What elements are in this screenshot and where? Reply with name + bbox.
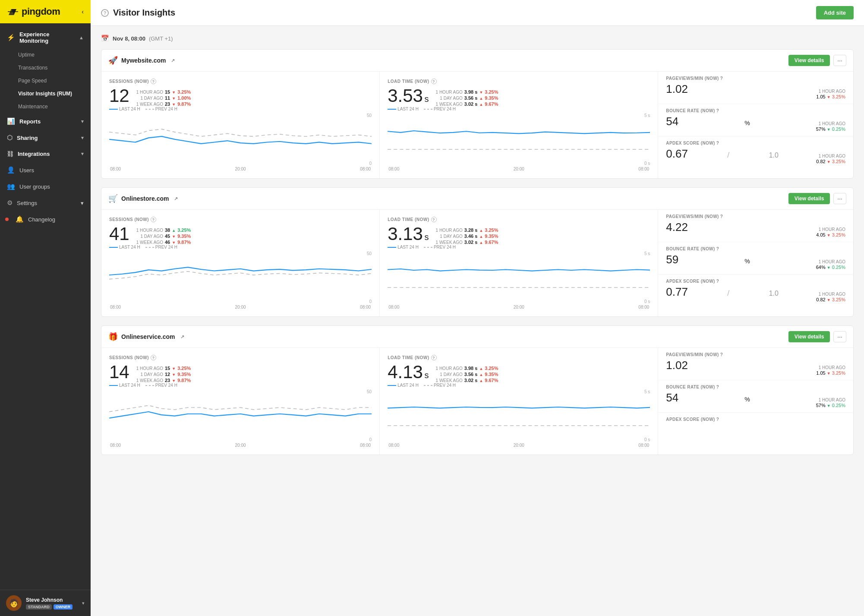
last-24h-legend (109, 109, 118, 110)
comp-value: 46 (165, 240, 170, 245)
sidebar-item-maintenance[interactable]: Maintenance (0, 100, 91, 113)
last-24h-legend (388, 109, 396, 110)
help-icon[interactable]: ? (716, 385, 719, 389)
sessions-chart (109, 260, 372, 299)
load-time-metric: LOAD TIME (NOW) ? 3.53 s 1 HOUR AGO 3.98… (380, 72, 658, 178)
help-icon[interactable]: ? (720, 352, 723, 357)
time-mid: 20:00 (235, 167, 246, 171)
comp-period-label: 1 WEEK AGO (136, 240, 163, 245)
comp-row: 0.82 3.25% (816, 297, 845, 302)
help-icon[interactable]: ? (431, 355, 437, 360)
view-details-button[interactable]: View details (788, 193, 830, 204)
site-card-actions: View details ··· (788, 55, 846, 66)
sidebar-item-experience-monitoring[interactable]: ⚡ Experience Monitoring ▲ (0, 27, 91, 48)
comp-period: 1 HOUR AGO (819, 121, 845, 126)
sparkline-chart (109, 122, 372, 152)
pageviews-metric: PAGEVIEWS/MIN (NOW) ? 4.22 1 HOUR AGO 4.… (658, 210, 853, 242)
comp-value: 3.56 s (464, 95, 478, 101)
load-time-metric: LOAD TIME (NOW) ? 4.13 s 1 HOUR AGO 3.98… (380, 348, 658, 455)
more-options-button[interactable]: ··· (833, 55, 846, 66)
logo-text: pingdom (22, 6, 60, 17)
sidebar-item-label: Settings (17, 200, 37, 206)
sidebar-item-changelog[interactable]: 🔔 Changelog (0, 211, 91, 227)
add-site-button[interactable]: Add site (816, 6, 854, 19)
comparison-row: 1 WEEK AGO 23 9.87% (136, 378, 191, 383)
view-details-button[interactable]: View details (788, 331, 830, 342)
trend-icon (827, 297, 831, 302)
bounce-rate-value: 54 (666, 115, 678, 128)
chart-max-label: 5 s (388, 251, 650, 256)
comp-period-label: 1 WEEK AGO (136, 378, 163, 383)
sidebar-item-transactions[interactable]: Transactions (0, 61, 91, 74)
comp-pct: 3.25% (177, 89, 191, 95)
site-card-header: 🎁 Onlineservice.com ↗ View details ··· (101, 326, 853, 348)
comp-pct: 9.35% (485, 234, 498, 239)
sessions-chart (109, 398, 372, 437)
external-link-icon[interactable]: ↗ (171, 58, 175, 63)
help-icon[interactable]: ? (720, 76, 723, 81)
external-link-icon[interactable]: ↗ (180, 334, 184, 340)
help-icon[interactable]: ? (716, 417, 719, 422)
sessions-comparisons: 1 HOUR AGO 15 3.25% 1 DAY AGO 11 1.00% 1… (136, 89, 191, 107)
help-icon[interactable]: ? (716, 108, 719, 113)
comp-value: 15 (165, 366, 170, 371)
trend-icon (827, 126, 831, 132)
user-info: Steve Johnson STANDARD OWNER (26, 597, 78, 610)
avatar: 🧑 (6, 595, 22, 611)
pageviews-label: PAGEVIEWS/MIN (NOW) ? (666, 352, 845, 357)
help-icon[interactable]: ? (151, 217, 156, 222)
sidebar-item-user-groups[interactable]: 👥 User groups (0, 178, 91, 195)
more-options-button[interactable]: ··· (833, 331, 846, 342)
sparkline-chart (388, 260, 650, 291)
collapse-button[interactable]: ‹ (82, 8, 84, 15)
bounce-rate-label: BOUNCE RATE (NOW) ? (666, 108, 845, 113)
chart-legend: LAST 24 H PREV 24 H (388, 383, 650, 388)
view-details-button[interactable]: View details (788, 55, 830, 66)
comp-pct: 9.35% (485, 372, 498, 377)
monitoring-icon: ⚡ (7, 34, 15, 41)
trend-up-icon (172, 227, 176, 233)
help-icon[interactable]: ? (151, 79, 156, 84)
sidebar-item-reports[interactable]: 📊 Reports ▾ (0, 113, 91, 130)
comp-pct: 9.67% (485, 101, 498, 107)
pageviews-value: 1.02 (666, 359, 688, 372)
help-icon[interactable]: ? (431, 79, 437, 84)
sidebar-item-visitor-insights[interactable]: Visitor Insights (RUM) (0, 87, 91, 100)
help-icon[interactable]: ? (151, 355, 156, 360)
comp-pct: 1.00% (177, 95, 191, 101)
help-icon[interactable]: ? (720, 214, 723, 219)
comp-period-label: 1 HOUR AGO (136, 228, 163, 233)
sidebar-item-users[interactable]: 👤 Users (0, 162, 91, 178)
changelog-icon: 🔔 (16, 215, 24, 223)
integrations-icon: ⛓ (7, 150, 13, 158)
comp-value: 15 (165, 89, 170, 95)
apdex-metric: APDEX SCORE (NOW) ? 0.67 / 1.0 1 HOUR AG… (658, 136, 853, 168)
time-mid: 20:00 (514, 443, 524, 448)
apdex-metric: APDEX SCORE (NOW) ? (658, 413, 853, 428)
sidebar-item-settings[interactable]: ⚙ Settings ▾ (0, 195, 91, 211)
external-link-icon[interactable]: ↗ (174, 196, 178, 202)
sidebar-item-page-speed[interactable]: Page Speed (0, 74, 91, 87)
help-icon[interactable]: ? (101, 9, 109, 17)
help-icon[interactable]: ? (431, 217, 437, 222)
legend-label: LAST 24 H (397, 245, 419, 250)
trend-up-icon (479, 95, 483, 101)
sessions-label: SESSIONS (NOW) ? (109, 355, 372, 360)
help-icon[interactable]: ? (716, 279, 719, 284)
chart-time-labels: 08:00 20:00 08:00 (109, 305, 372, 310)
trend-down-icon (172, 95, 176, 101)
time-mid: 20:00 (514, 305, 524, 310)
help-icon[interactable]: ? (716, 141, 719, 145)
more-options-button[interactable]: ··· (833, 193, 846, 204)
comp-pct: 9.87% (177, 240, 191, 245)
time-end: 08:00 (638, 443, 649, 448)
comp-pct: 3.25% (832, 94, 845, 99)
sidebar-item-integrations[interactable]: ⛓ Integrations ▾ (0, 146, 91, 162)
help-icon[interactable]: ? (716, 246, 719, 251)
comp-value: 3.98 s (464, 89, 478, 95)
sidebar-item-sharing[interactable]: ⬡ Sharing ▾ (0, 130, 91, 146)
site-card-actions: View details ··· (788, 331, 846, 342)
sidebar-item-uptime[interactable]: Uptime (0, 48, 91, 61)
apdex-label: APDEX SCORE (NOW) ? (666, 141, 845, 145)
user-profile[interactable]: 🧑 Steve Johnson STANDARD OWNER ▾ (0, 590, 91, 616)
